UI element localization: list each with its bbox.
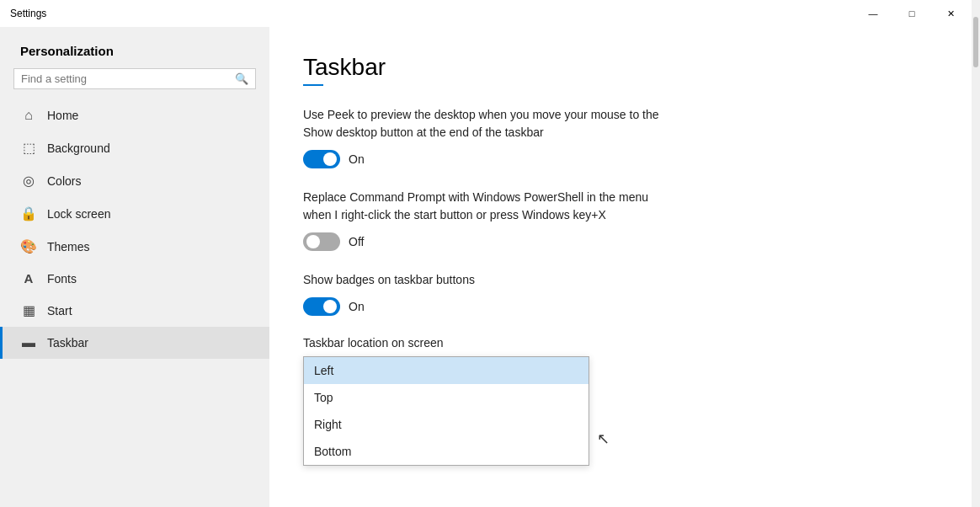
dropdown-option-right[interactable]: Right <box>304 411 589 438</box>
cursor-indicator: ↖ <box>597 430 610 448</box>
powershell-description: Replace Command Prompt with Windows Powe… <box>303 189 674 224</box>
sidebar-item-themes-label: Themes <box>47 240 90 254</box>
home-icon: ⌂ <box>20 108 37 123</box>
peek-description: Use Peek to preview the desktop when you… <box>303 106 674 141</box>
sidebar-item-start-label: Start <box>47 304 72 318</box>
badges-toggle-row: On <box>303 297 946 316</box>
dropdown-option-left[interactable]: Left <box>304 357 589 384</box>
window: Settings — □ ✕ Personalization 🔍 ⌂ Home … <box>0 0 980 507</box>
sidebar-item-background-label: Background <box>47 141 110 155</box>
sidebar-header: Personalization <box>0 34 269 65</box>
peek-setting: Use Peek to preview the desktop when you… <box>303 106 946 168</box>
peek-toggle-row: On <box>303 150 946 168</box>
sidebar-item-lock-screen[interactable]: 🔒 Lock screen <box>0 197 269 230</box>
dropdown-option-bottom[interactable]: Bottom <box>304 438 589 465</box>
search-box[interactable]: 🔍 <box>13 68 256 89</box>
powershell-toggle[interactable] <box>303 232 340 251</box>
taskbar-location-label: Taskbar location on screen <box>303 336 946 350</box>
sidebar-item-home[interactable]: ⌂ Home <box>0 99 269 131</box>
badges-toggle[interactable] <box>303 297 340 316</box>
titlebar-controls: — □ ✕ <box>854 0 970 27</box>
search-icon: 🔍 <box>235 72 248 85</box>
powershell-toggle-label: Off <box>349 235 364 248</box>
peek-toggle-label: On <box>349 152 365 166</box>
scrollbar[interactable] <box>972 27 980 507</box>
colors-icon: ◎ <box>20 173 37 189</box>
sidebar-item-lock-screen-label: Lock screen <box>47 207 110 221</box>
badges-description: Show badges on taskbar buttons <box>303 271 674 289</box>
themes-icon: 🎨 <box>20 238 37 254</box>
sidebar-item-fonts[interactable]: A Fonts <box>0 263 269 294</box>
main-content: Taskbar Use Peek to preview the desktop … <box>269 27 980 507</box>
sidebar-item-home-label: Home <box>47 109 78 122</box>
content-area: Personalization 🔍 ⌂ Home ⬚ Background ◎ … <box>0 27 980 507</box>
sidebar-item-start[interactable]: ▦ Start <box>0 294 269 327</box>
search-input[interactable] <box>21 72 235 85</box>
background-icon: ⬚ <box>20 140 37 156</box>
scrollbar-thumb[interactable] <box>973 27 978 67</box>
powershell-toggle-knob <box>306 235 320 248</box>
sidebar-item-taskbar-label: Taskbar <box>47 336 88 350</box>
taskbar-location-section: Taskbar location on screen Left Top Righ… <box>303 336 946 382</box>
page-title: Taskbar <box>303 54 946 81</box>
sidebar-item-themes[interactable]: 🎨 Themes <box>0 230 269 263</box>
lock-icon: 🔒 <box>20 205 37 221</box>
maximize-button[interactable]: □ <box>892 0 931 27</box>
dropdown-option-top[interactable]: Top <box>304 384 589 411</box>
close-button[interactable]: ✕ <box>931 0 970 27</box>
titlebar: Settings — □ ✕ <box>0 0 980 27</box>
sidebar-item-colors[interactable]: ◎ Colors <box>0 164 269 197</box>
peek-toggle[interactable] <box>303 150 340 168</box>
badges-toggle-knob <box>323 300 337 313</box>
start-icon: ▦ <box>20 302 37 318</box>
taskbar-icon: ▬ <box>20 335 37 350</box>
powershell-setting: Replace Command Prompt with Windows Powe… <box>303 189 946 251</box>
taskbar-location-dropdown-container: Left Top Right Bottom ▾ <box>303 356 589 382</box>
sidebar-item-colors-label: Colors <box>47 174 81 188</box>
badges-toggle-label: On <box>349 300 365 313</box>
sidebar: Personalization 🔍 ⌂ Home ⬚ Background ◎ … <box>0 27 269 507</box>
powershell-toggle-row: Off <box>303 232 946 251</box>
taskbar-location-dropdown-list: Left Top Right Bottom <box>303 356 589 466</box>
window-title: Settings <box>10 8 854 19</box>
sidebar-item-fonts-label: Fonts <box>47 272 77 286</box>
fonts-icon: A <box>20 271 37 286</box>
sidebar-item-taskbar[interactable]: ▬ Taskbar <box>0 327 269 359</box>
title-underline <box>303 84 323 86</box>
badges-setting: Show badges on taskbar buttons On <box>303 271 946 316</box>
peek-toggle-knob <box>323 152 337 166</box>
minimize-button[interactable]: — <box>854 0 892 27</box>
sidebar-item-background[interactable]: ⬚ Background <box>0 131 269 164</box>
